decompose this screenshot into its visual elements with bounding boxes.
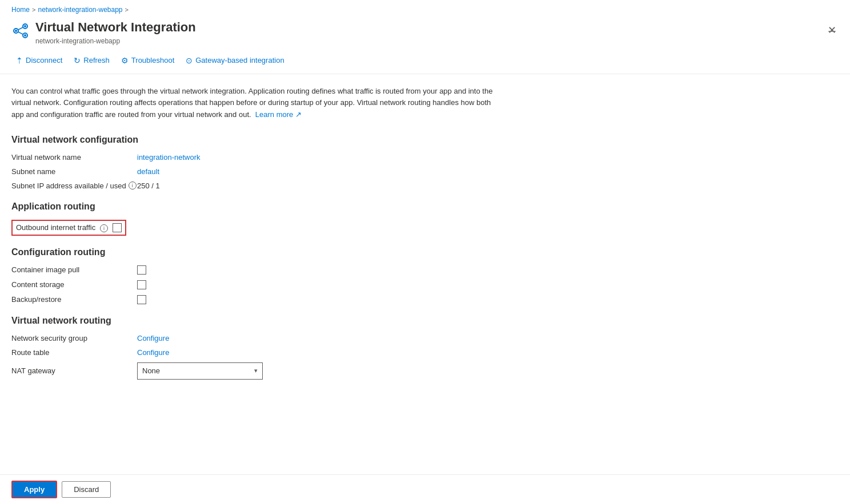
toolbar: ⇡ Disconnect ↻ Refresh ⚙ Troubleshoot ⊙ … [0,50,850,74]
svg-point-5 [15,30,17,32]
nsg-configure-link[interactable]: Configure [137,334,169,342]
nsg-label: Network security group [11,334,137,342]
header-title-block: Virtual Network Integration network-inte… [35,19,820,45]
vnet-name-row: Virtual network name integration-network [11,153,503,162]
disconnect-icon: ⇡ [16,56,23,65]
nat-label: NAT gateway [11,366,137,375]
backup-checkbox[interactable] [137,295,146,304]
page-container: Home > network-integration-webapp > Virt… [0,0,850,504]
breadcrumb-sep2: > [125,6,129,13]
route-row: Route table Configure [11,348,503,357]
nsg-row: Network security group Configure [11,334,503,342]
outbound-row-wrapper: Outbound internet traffic i [11,220,503,236]
refresh-button[interactable]: ↻ Refresh [69,53,114,68]
refresh-icon: ↻ [74,56,81,65]
breadcrumb-home[interactable]: Home [11,6,30,14]
main-content: You can control what traffic goes throug… [0,74,514,397]
nat-dropdown[interactable]: None ▾ [137,362,263,380]
apply-button[interactable]: Apply [11,481,57,498]
nat-row: NAT gateway None ▾ [11,362,503,380]
refresh-label: Refresh [83,56,110,64]
route-label: Route table [11,348,137,357]
route-configure-link[interactable]: Configure [137,348,169,357]
app-routing-title: Application routing [11,201,503,212]
description-text: You can control what traffic goes throug… [11,86,503,121]
outbound-label: Outbound internet traffic i [16,223,108,232]
content-checkbox[interactable] [137,280,146,289]
config-routing-title: Configuration routing [11,247,503,257]
troubleshoot-button[interactable]: ⚙ Troubleshoot [117,53,179,68]
disconnect-label: Disconnect [26,56,62,64]
gateway-button[interactable]: ⊙ Gateway-based integration [181,53,288,68]
troubleshoot-icon: ⚙ [121,56,129,65]
outbound-info-icon[interactable]: i [100,224,108,232]
breadcrumb: Home > network-integration-webapp > [0,0,850,17]
container-checkbox[interactable] [137,265,146,275]
nat-selected-value: None [142,366,160,375]
content-label: Content storage [11,280,137,289]
vnet-name-value[interactable]: integration-network [137,153,201,162]
outbound-highlighted-row: Outbound internet traffic i [11,220,126,236]
troubleshoot-label: Troubleshoot [131,56,174,64]
gateway-icon: ⊙ [186,56,193,65]
breadcrumb-sep1: > [32,6,35,13]
vnet-name-label: Virtual network name [11,153,137,162]
discard-button[interactable]: Discard [62,481,111,498]
gateway-label: Gateway-based integration [195,56,284,64]
vnet-icon [11,22,30,40]
svg-line-3 [18,27,23,30]
subnet-ip-info-icon[interactable]: i [129,182,137,189]
close-button[interactable]: ✕ [825,22,839,39]
container-label: Container image pull [11,265,137,274]
content-row: Content storage [11,280,503,289]
outbound-checkbox[interactable] [113,223,122,232]
container-row: Container image pull [11,265,503,275]
page-header: Virtual Network Integration network-inte… [0,17,850,50]
learn-more-link[interactable]: Learn more ↗ [255,110,302,119]
subnet-name-row: Subnet name default [11,167,503,176]
backup-row: Backup/restore [11,295,503,304]
subnet-name-value[interactable]: default [137,167,159,176]
subnet-ip-value: 250 / 1 [137,182,160,190]
subnet-name-label: Subnet name [11,167,137,176]
vnet-config-title: Virtual network configuration [11,135,503,145]
page-subtitle: network-integration-webapp [35,37,820,45]
disconnect-button[interactable]: ⇡ Disconnect [11,53,67,68]
svg-point-7 [24,34,26,37]
bottom-bar: Apply Discard [0,474,850,504]
page-title: Virtual Network Integration [35,19,820,36]
svg-line-4 [18,32,23,34]
nat-chevron-icon: ▾ [254,367,258,374]
subnet-ip-row: Subnet IP address available / used i 250… [11,182,503,190]
vnet-routing-title: Virtual network routing [11,316,503,326]
breadcrumb-resource[interactable]: network-integration-webapp [38,6,122,14]
svg-point-6 [24,25,26,27]
backup-label: Backup/restore [11,295,137,304]
subnet-ip-label: Subnet IP address available / used i [11,182,137,190]
